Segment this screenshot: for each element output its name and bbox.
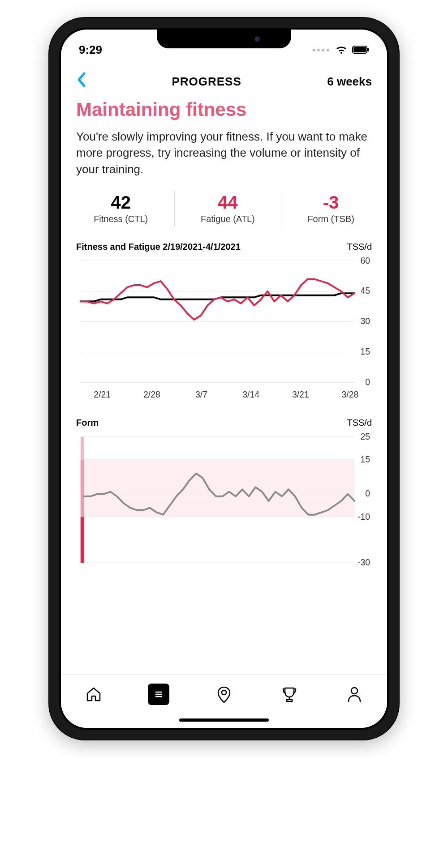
- metric-fitness-value: 42: [94, 193, 148, 211]
- battery-icon: [352, 46, 369, 54]
- svg-text:15: 15: [361, 454, 370, 464]
- phone-frame: 9:29 ●●●● PROGRESS 6 weeks Maintaining f…: [49, 18, 399, 740]
- svg-rect-32: [81, 517, 84, 563]
- metric-fitness: 42 Fitness (CTL): [85, 193, 157, 224]
- chart2-plot[interactable]: -30-1001525: [76, 432, 372, 567]
- svg-text:-30: -30: [358, 557, 370, 567]
- metrics-row: 42 Fitness (CTL) 44 Fatigue (ATL) -3 For…: [76, 191, 372, 227]
- chart1-plot[interactable]: 0153045602/212/283/73/143/213/28: [76, 257, 372, 404]
- svg-text:3/7: 3/7: [195, 390, 207, 400]
- svg-rect-2: [367, 48, 369, 51]
- metric-fitness-label: Fitness (CTL): [94, 214, 148, 224]
- page-title: PROGRESS: [172, 75, 241, 89]
- nav-header: PROGRESS 6 weeks: [61, 61, 387, 96]
- tab-home[interactable]: [83, 684, 104, 705]
- range-selector[interactable]: 6 weeks: [327, 75, 372, 89]
- tab-location[interactable]: [213, 684, 235, 705]
- metric-fatigue-label: Fatigue (ATL): [201, 214, 255, 224]
- svg-text:-10: -10: [358, 512, 370, 522]
- svg-text:3/21: 3/21: [292, 390, 309, 400]
- cell-signal-icon: ●●●●: [312, 46, 331, 53]
- svg-text:25: 25: [361, 432, 370, 441]
- svg-text:45: 45: [361, 286, 370, 296]
- metric-form-value: -3: [307, 193, 354, 211]
- chart1-title: Fitness and Fatigue 2/19/2021-4/1/2021: [76, 242, 241, 252]
- tab-progress[interactable]: [148, 684, 169, 705]
- metric-fatigue-value: 44: [201, 193, 255, 211]
- svg-rect-1: [353, 47, 366, 52]
- svg-text:3/28: 3/28: [342, 390, 359, 400]
- svg-text:0: 0: [365, 377, 370, 387]
- form-chart: Form TSS/d -30-1001525: [76, 418, 372, 567]
- svg-text:15: 15: [361, 347, 370, 357]
- home-indicator[interactable]: [179, 718, 269, 722]
- status-body: You're slowly improving your fitness. If…: [76, 128, 372, 177]
- chart2-title: Form: [76, 418, 99, 428]
- svg-text:30: 30: [361, 316, 370, 326]
- chart1-unit: TSS/d: [347, 242, 372, 252]
- svg-text:60: 60: [361, 257, 370, 265]
- svg-text:2/21: 2/21: [94, 390, 111, 400]
- wifi-icon: [335, 45, 348, 55]
- status-time: 9:29: [79, 43, 102, 57]
- device-notch: [157, 30, 291, 48]
- status-headline: Maintaining fitness: [76, 99, 372, 120]
- svg-rect-31: [81, 460, 84, 517]
- metric-form: -3 Form (TSB): [298, 193, 363, 224]
- tab-profile[interactable]: [344, 684, 365, 705]
- divider: [281, 191, 281, 227]
- svg-point-38: [351, 688, 358, 694]
- screen: 9:29 ●●●● PROGRESS 6 weeks Maintaining f…: [61, 30, 387, 728]
- svg-rect-30: [81, 437, 84, 460]
- divider: [174, 191, 175, 227]
- svg-point-37: [222, 690, 226, 695]
- chart2-unit: TSS/d: [347, 418, 372, 428]
- metric-fatigue: 44 Fatigue (ATL): [192, 193, 264, 224]
- svg-text:3/14: 3/14: [242, 390, 259, 400]
- metric-form-label: Form (TSB): [307, 214, 354, 224]
- svg-text:2/28: 2/28: [143, 390, 160, 400]
- back-button[interactable]: [76, 72, 86, 92]
- fitness-fatigue-chart: Fitness and Fatigue 2/19/2021-4/1/2021 T…: [76, 242, 372, 404]
- tab-trophy[interactable]: [279, 684, 300, 705]
- svg-text:0: 0: [365, 489, 370, 499]
- svg-rect-19: [84, 460, 354, 517]
